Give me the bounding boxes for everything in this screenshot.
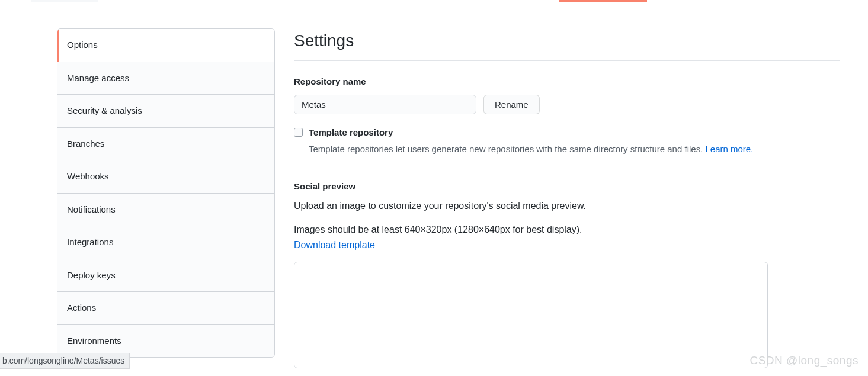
social-preview-box[interactable] — [294, 262, 768, 368]
active-tab-indicator — [559, 0, 647, 2]
social-preview-heading: Social preview — [294, 180, 840, 194]
template-learn-more-link[interactable]: Learn more. — [705, 144, 753, 154]
status-bar-url: b.com/longsongline/Metas/issues — [0, 353, 130, 369]
sidebar-item-notifications[interactable]: Notifications — [57, 194, 274, 227]
template-checkbox-row: Template repository — [294, 126, 840, 140]
inactive-tab-indicator — [31, 0, 98, 2]
repo-name-label: Repository name — [294, 75, 840, 89]
template-description: Template repositories let users generate… — [294, 143, 840, 156]
settings-container: Options Manage access Security & analysi… — [57, 28, 840, 368]
repo-name-input[interactable] — [294, 95, 476, 114]
page-title: Settings — [294, 28, 840, 61]
rename-button[interactable]: Rename — [483, 95, 540, 114]
social-upload-text: Upload an image to customize your reposi… — [294, 199, 840, 213]
sidebar-item-deploy-keys[interactable]: Deploy keys — [57, 259, 274, 293]
watermark: CSDN @long_songs — [750, 352, 859, 369]
sidebar-item-options[interactable]: Options — [57, 29, 274, 62]
settings-sidebar: Options Manage access Security & analysi… — [57, 28, 275, 368]
top-border — [0, 4, 868, 4]
sidebar-item-webhooks[interactable]: Webhooks — [57, 160, 274, 194]
sidebar-item-integrations[interactable]: Integrations — [57, 226, 274, 259]
template-checkbox[interactable] — [294, 128, 303, 137]
sidebar-item-actions[interactable]: Actions — [57, 292, 274, 325]
social-size-text: Images should be at least 640×320px (128… — [294, 223, 840, 237]
template-checkbox-label: Template repository — [309, 126, 393, 140]
sidebar-item-manage-access[interactable]: Manage access — [57, 62, 274, 95]
settings-main: Settings Repository name Rename Template… — [275, 28, 840, 368]
sidebar-menu: Options Manage access Security & analysi… — [57, 28, 275, 358]
sidebar-item-environments[interactable]: Environments — [57, 325, 274, 358]
repo-name-row: Rename — [294, 95, 840, 114]
sidebar-item-security-analysis[interactable]: Security & analysis — [57, 95, 274, 128]
sidebar-item-branches[interactable]: Branches — [57, 128, 274, 161]
template-description-text: Template repositories let users generate… — [309, 144, 705, 154]
download-template-link[interactable]: Download template — [294, 238, 840, 252]
